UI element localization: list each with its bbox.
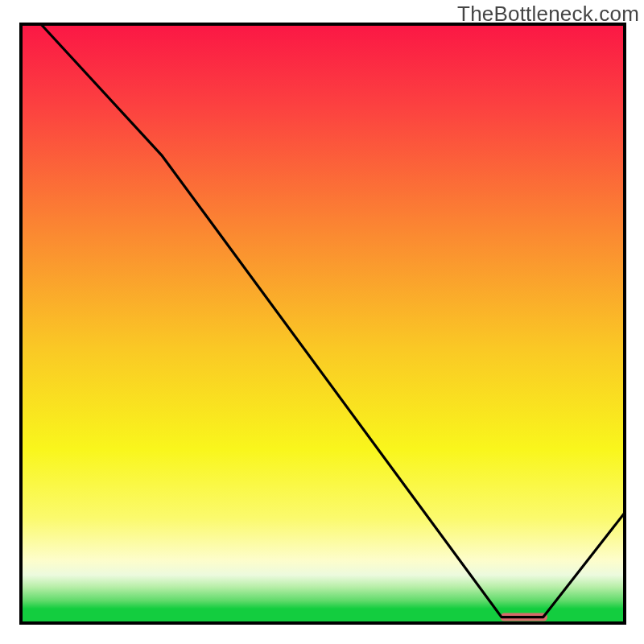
plot-background (21, 24, 625, 623)
watermark-text: TheBottleneck.com (457, 2, 639, 27)
chart-stage: TheBottleneck.com (0, 0, 644, 644)
bottleneck-chart (0, 0, 644, 644)
